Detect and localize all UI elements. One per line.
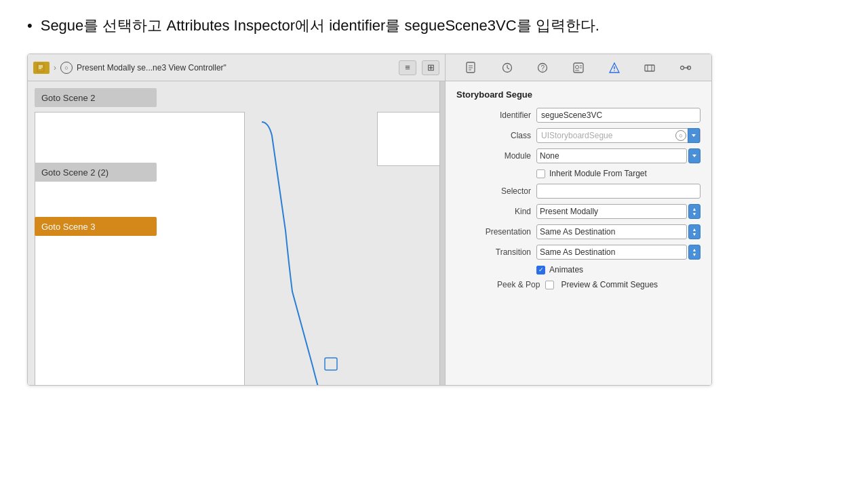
svg-marker-32 [692,155,696,157]
svg-point-17 [576,65,579,68]
instruction-block: • Segue를 선택하고 Attributes Inspector에서 ide… [27,14,841,37]
animates-row: Animates [456,265,701,274]
scene-item-goto2[interactable]: Goto Scene 2 [35,88,157,107]
inspector-content: Storyboard Segue Identifier Class UIStor… [446,81,711,385]
identifier-input[interactable] [536,108,701,123]
breadcrumb-chevron: › [54,63,56,73]
kind-stepper[interactable]: ▲ ▼ [688,204,701,219]
class-arrow-button[interactable] [688,128,700,143]
embed-button[interactable]: ⊞ [422,60,439,75]
class-row: Class UIStoryboardSegue ○ [456,128,701,143]
module-row: Module None [456,148,701,163]
xcode-window: › ○ Present Modally se...ne3 View Contro… [27,54,712,386]
storyboard-canvas: Goto Scene 2 Goto Scene 2 (2) Goto Scene… [28,81,445,385]
size-inspector-icon[interactable] [641,59,658,77]
peek-checkbox[interactable] [545,281,554,289]
transition-select-wrap: Same As Destination ▲ ▼ [536,245,701,260]
inherit-module-row: Inherit Module From Target [456,169,701,178]
class-input-wrap: UIStoryboardSegue ○ [536,128,701,143]
animates-label: Animates [549,265,583,274]
view-controller-canvas [35,112,245,385]
inspector-section-title: Storyboard Segue [456,89,701,100]
inherit-module-label: Inherit Module From Target [549,169,647,178]
animates-checkbox[interactable] [536,266,545,274]
identifier-row: Identifier [456,108,701,123]
scene-item-goto2-2[interactable]: Goto Scene 2 (2) [35,163,157,182]
storyboard-file-icon [33,62,50,74]
presentation-select[interactable]: Same As Destination [536,224,687,239]
selector-label: Selector [456,186,531,196]
class-input-text: UIStoryboardSegue [541,131,674,140]
attributes-inspector-icon[interactable] [606,59,623,77]
identity-inspector-icon[interactable] [570,59,587,77]
file-inspector-icon[interactable] [462,59,480,77]
storyboard-panel: › ○ Present Modally se...ne3 View Contro… [28,54,446,385]
view-controller-icon: ○ [60,62,73,74]
storyboard-toolbar: › ○ Present Modally se...ne3 View Contro… [28,54,445,81]
svg-rect-4 [325,358,337,370]
connections-inspector-icon[interactable] [677,59,694,77]
class-label: Class [456,131,531,140]
class-circle-button[interactable]: ○ [675,130,686,141]
identifier-label: Identifier [456,110,531,120]
inspector-panel: ? [446,54,711,385]
kind-select[interactable]: Present Modally [536,204,687,219]
kind-select-wrap: Present Modally ▲ ▼ [536,204,701,219]
kind-row: Kind Present Modally ▲ ▼ [456,204,701,219]
svg-marker-31 [692,134,696,137]
instruction-text-content: Segue를 선택하고 Attributes Inspector에서 ident… [41,14,599,37]
peek-label: Peek & Pop [497,280,540,289]
inspector-toolbar: ? [446,54,711,81]
presentation-row: Presentation Same As Destination ▲ ▼ [456,224,701,239]
toolbar-actions: ≡ ⊞ [399,60,439,75]
module-dropdown-arrow[interactable] [688,148,701,163]
class-icons: ○ [675,128,700,143]
presentation-select-wrap: Same As Destination ▲ ▼ [536,224,701,239]
svg-point-23 [614,70,615,71]
inherit-module-checkbox[interactable] [536,169,545,178]
module-select[interactable]: None [536,148,687,163]
preview-commit-label: Preview & Commit Segues [561,280,658,289]
module-select-wrap: None [536,148,701,163]
svg-rect-24 [645,65,654,71]
peek-pop-row: Peek & Pop Preview & Commit Segues [456,280,701,289]
transition-stepper[interactable]: ▲ ▼ [688,245,701,260]
canvas-scrollbar[interactable] [439,81,445,385]
scene-item-goto3[interactable]: Goto Scene 3 [35,217,157,236]
selector-row: Selector [456,184,701,199]
presentation-stepper[interactable]: ▲ ▼ [688,224,701,239]
svg-text:?: ? [541,64,545,72]
svg-line-13 [507,68,509,69]
breadcrumb-title: Present Modally se...ne3 View Controller… [77,63,395,73]
selector-input[interactable] [536,184,701,199]
align-button[interactable]: ≡ [399,60,416,75]
module-label: Module [456,151,531,161]
destination-vc-box [377,112,445,166]
quick-help-icon[interactable]: ? [534,59,551,77]
svg-point-27 [680,66,684,69]
transition-row: Transition Same As Destination ▲ ▼ [456,245,701,260]
bullet-point: • [27,14,33,37]
kind-label: Kind [456,207,531,216]
transition-label: Transition [456,247,531,257]
presentation-label: Presentation [456,227,531,237]
transition-select[interactable]: Same As Destination [536,245,687,260]
svg-rect-0 [37,64,44,72]
history-icon[interactable] [498,59,516,77]
